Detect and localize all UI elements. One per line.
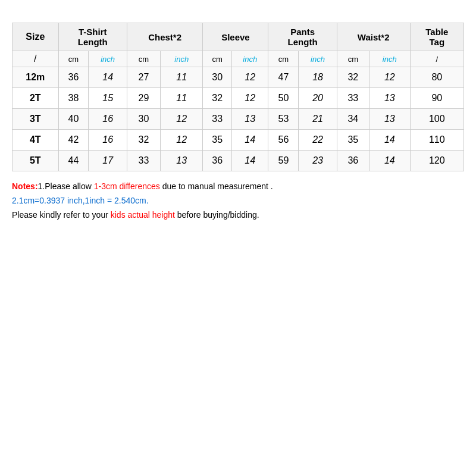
table-row: 4T42163212351456223514110 — [12, 130, 464, 151]
cell-val-2: 32 — [127, 130, 160, 151]
cell-val-4: 32 — [203, 88, 232, 109]
cell-val-8: 35 — [337, 130, 369, 151]
cell-val-7: 23 — [299, 151, 337, 171]
cell-tag: 100 — [410, 109, 464, 130]
table-header-row: Size T-ShirtLength Chest*2 Sleeve PantsL… — [12, 23, 464, 51]
cell-val-4: 35 — [203, 130, 232, 151]
cell-val-5: 12 — [231, 88, 268, 109]
cell-val-2: 33 — [127, 151, 160, 171]
unit-cell-6: cm — [268, 51, 299, 67]
cell-val-5: 14 — [231, 151, 268, 171]
notes-section: Notes:1.Please allow 1-3cm differences d… — [12, 180, 464, 222]
notes-line3-start: Please kindly refer to your — [12, 210, 111, 220]
table-row: 2T3815291132125020331390 — [12, 88, 464, 109]
unit-cell-8: cm — [337, 51, 369, 67]
notes-label: Notes: — [12, 181, 38, 191]
notes-highlight-diff: 1-3cm differences — [94, 181, 160, 191]
cell-val-1: 14 — [89, 67, 127, 88]
cell-val-2: 29 — [127, 88, 160, 109]
header-waist: Waist*2 — [337, 23, 410, 51]
cell-val-9: 12 — [369, 67, 410, 88]
header-pants-length: PantsLength — [268, 23, 337, 51]
cell-val-6: 53 — [268, 109, 299, 130]
cell-val-2: 30 — [127, 109, 160, 130]
notes-highlight-kids: kids actual height — [111, 210, 175, 220]
cell-val-8: 36 — [337, 151, 369, 171]
cell-val-7: 21 — [299, 109, 337, 130]
cell-size: 2T — [12, 88, 59, 109]
cell-tag: 80 — [410, 67, 464, 88]
cell-val-6: 59 — [268, 151, 299, 171]
cell-val-0: 42 — [58, 130, 89, 151]
unit-row: /cminchcminchcminchcminchcminch/ — [12, 51, 464, 67]
cell-val-7: 20 — [299, 88, 337, 109]
cell-tag: 90 — [410, 88, 464, 109]
notes-line1-end: due to manual measurement . — [160, 181, 273, 191]
cell-size: 3T — [12, 109, 59, 130]
cell-size: 12m — [12, 67, 59, 88]
cell-val-1: 16 — [89, 109, 127, 130]
cell-val-9: 13 — [369, 88, 410, 109]
unit-cell-3: inch — [161, 51, 203, 67]
page-container: Size T-ShirtLength Chest*2 Sleeve PantsL… — [0, 0, 476, 231]
notes-line1-text: 1.Please allow — [38, 181, 94, 191]
unit-size-cell: / — [12, 51, 59, 67]
cell-val-3: 11 — [161, 88, 203, 109]
cell-tag: 120 — [410, 151, 464, 171]
notes-line3-end: before buying/bidding. — [175, 210, 259, 220]
cell-val-8: 33 — [337, 88, 369, 109]
unit-tag-cell: / — [410, 51, 464, 67]
unit-cell-4: cm — [203, 51, 232, 67]
cell-val-4: 33 — [203, 109, 232, 130]
cell-val-5: 13 — [231, 109, 268, 130]
cell-val-7: 18 — [299, 67, 337, 88]
unit-cell-7: inch — [299, 51, 337, 67]
header-tshirt-length: T-ShirtLength — [58, 23, 127, 51]
cell-val-0: 44 — [58, 151, 89, 171]
cell-val-4: 30 — [203, 67, 232, 88]
cell-val-8: 32 — [337, 67, 369, 88]
cell-val-4: 36 — [203, 151, 232, 171]
cell-val-6: 50 — [268, 88, 299, 109]
header-sleeve: Sleeve — [203, 23, 268, 51]
cell-val-0: 36 — [58, 67, 89, 88]
cell-val-1: 16 — [89, 130, 127, 151]
cell-val-5: 14 — [231, 130, 268, 151]
cell-size: 5T — [12, 151, 59, 171]
cell-val-0: 40 — [58, 109, 89, 130]
cell-val-3: 11 — [161, 67, 203, 88]
notes-line2: 2.1cm=0.3937 inch,1inch = 2.540cm. — [12, 196, 149, 205]
cell-val-1: 17 — [89, 151, 127, 171]
cell-val-9: 13 — [369, 109, 410, 130]
header-table-tag: TableTag — [410, 23, 464, 51]
table-row: 12m3614271130124718321280 — [12, 67, 464, 88]
cell-val-3: 12 — [161, 109, 203, 130]
cell-val-5: 12 — [231, 67, 268, 88]
cell-val-2: 27 — [127, 67, 160, 88]
size-table: Size T-ShirtLength Chest*2 Sleeve PantsL… — [12, 23, 464, 171]
unit-cell-2: cm — [127, 51, 160, 67]
cell-val-6: 56 — [268, 130, 299, 151]
cell-val-1: 15 — [89, 88, 127, 109]
cell-val-3: 12 — [161, 130, 203, 151]
table-row: 3T40163012331353213413100 — [12, 109, 464, 130]
cell-tag: 110 — [410, 130, 464, 151]
unit-cell-0: cm — [58, 51, 89, 67]
header-chest: Chest*2 — [127, 23, 203, 51]
cell-val-9: 14 — [369, 130, 410, 151]
unit-cell-5: inch — [231, 51, 268, 67]
cell-val-0: 38 — [58, 88, 89, 109]
cell-val-8: 34 — [337, 109, 369, 130]
header-size: Size — [12, 23, 59, 51]
cell-val-7: 22 — [299, 130, 337, 151]
table-row: 5T44173313361459233614120 — [12, 151, 464, 171]
cell-val-9: 14 — [369, 151, 410, 171]
cell-val-3: 13 — [161, 151, 203, 171]
unit-cell-9: inch — [369, 51, 410, 67]
unit-cell-1: inch — [89, 51, 127, 67]
cell-val-6: 47 — [268, 67, 299, 88]
cell-size: 4T — [12, 130, 59, 151]
